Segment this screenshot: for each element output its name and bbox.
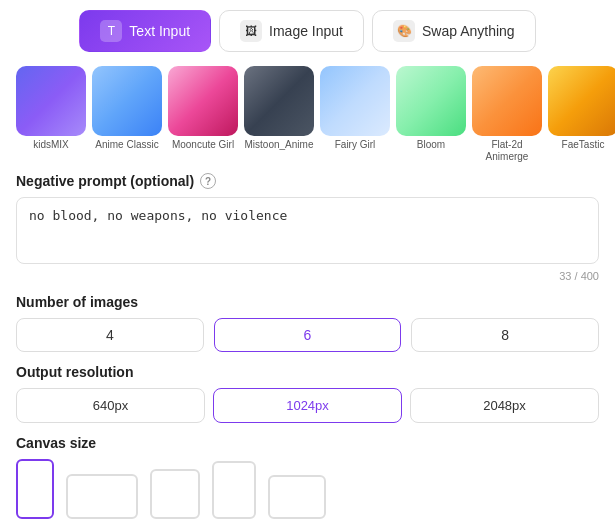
negative-prompt-section: Negative prompt (optional) ? 33 / 400 [0,173,615,294]
res-row: 640px 1024px 2048px [16,388,599,423]
negative-prompt-input[interactable] [16,197,599,264]
canvas-row: 9:16 16:9 1:1 3:4 4:3 [16,459,599,521]
canvas-16-9[interactable]: 16:9 [66,474,138,521]
style-thumb-mistoon [244,66,314,136]
canvas-thumb-16-9 [66,474,138,519]
output-resolution-label: Output resolution [16,364,599,380]
style-label-faetastic: FaeTastic [562,139,605,151]
num-images-section: Number of images 4 6 8 [0,294,615,364]
style-item-fairy-girl[interactable]: Fairy Girl [320,66,390,163]
res-2048[interactable]: 2048px [410,388,599,423]
canvas-size-section: Canvas size 9:16 16:9 1:1 3:4 4:3 [0,435,615,521]
image-input-button[interactable]: 🖼 Image Input [219,10,364,52]
style-label-bloom: Bloom [417,139,445,151]
res-640[interactable]: 640px [16,388,205,423]
num-images-6[interactable]: 6 [214,318,402,352]
canvas-thumb-4-3 [268,475,326,519]
style-label-fairy-girl: Fairy Girl [335,139,376,151]
text-input-icon: T [100,20,122,42]
num-images-4[interactable]: 4 [16,318,204,352]
style-label-kidsmix: kidsMIX [33,139,69,151]
style-thumb-faetastic [548,66,615,136]
char-count: 33 / 400 [16,270,599,282]
style-thumb-anime-classic [92,66,162,136]
style-item-mooncute[interactable]: Mooncute Girl [168,66,238,163]
res-1024[interactable]: 1024px [213,388,402,423]
canvas-size-label: Canvas size [16,435,599,451]
canvas-3-4[interactable]: 3:4 [212,461,256,521]
style-thumb-mooncute [168,66,238,136]
image-input-icon: 🖼 [240,20,262,42]
swap-anything-button[interactable]: 🎨 Swap Anything [372,10,536,52]
text-input-button[interactable]: T Text Input [79,10,211,52]
style-grid: kidsMIX Anime Classic Mooncute Girl Mist… [0,62,615,173]
style-label-mistoon: Mistoon_Anime [245,139,314,151]
style-thumb-fairy-girl [320,66,390,136]
style-label-anime-classic: Anime Classic [95,139,158,151]
canvas-4-3[interactable]: 4:3 [268,475,326,521]
style-thumb-kidsmix [16,66,86,136]
num-images-row: 4 6 8 [16,318,599,352]
style-item-faetastic[interactable]: FaeTastic [548,66,615,163]
style-label-mooncute: Mooncute Girl [172,139,234,151]
style-label-flat2d: Flat-2d Animerge [472,139,542,163]
swap-anything-icon: 🎨 [393,20,415,42]
canvas-thumb-3-4 [212,461,256,519]
style-item-kidsmix[interactable]: kidsMIX [16,66,86,163]
style-item-anime-classic[interactable]: Anime Classic [92,66,162,163]
canvas-thumb-1-1 [150,469,200,519]
style-thumb-flat2d [472,66,542,136]
negative-prompt-label: Negative prompt (optional) ? [16,173,599,189]
style-thumb-bloom [396,66,466,136]
style-item-bloom[interactable]: Bloom [396,66,466,163]
canvas-1-1[interactable]: 1:1 [150,469,200,521]
num-images-8[interactable]: 8 [411,318,599,352]
output-resolution-section: Output resolution 640px 1024px 2048px [0,364,615,435]
help-icon[interactable]: ? [200,173,216,189]
canvas-thumb-9-16 [16,459,54,519]
num-images-label: Number of images [16,294,599,310]
style-item-flat2d[interactable]: Flat-2d Animerge [472,66,542,163]
style-item-mistoon[interactable]: Mistoon_Anime [244,66,314,163]
top-nav: T Text Input 🖼 Image Input 🎨 Swap Anythi… [0,0,615,62]
canvas-9-16[interactable]: 9:16 [16,459,54,521]
